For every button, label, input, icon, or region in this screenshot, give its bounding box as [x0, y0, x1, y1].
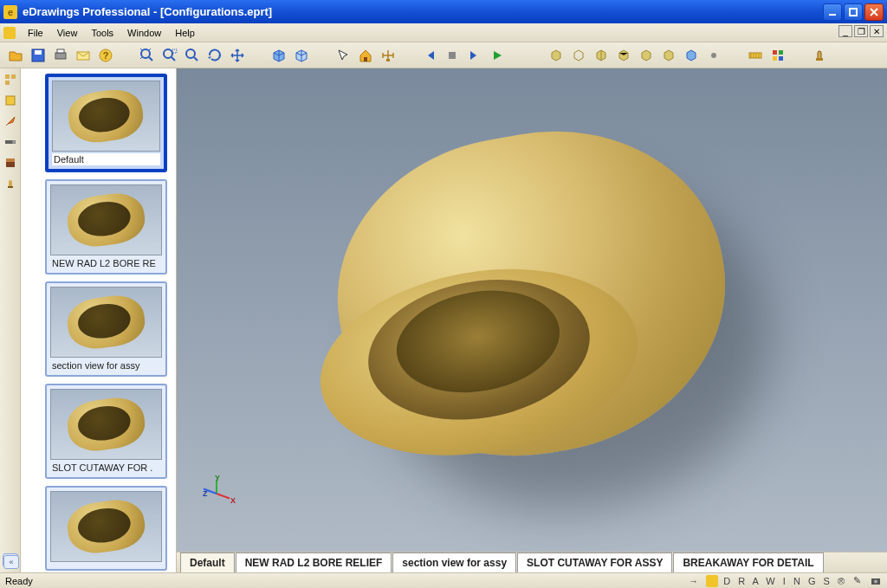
measure-button[interactable] [378, 45, 398, 66]
menu-help[interactable]: Help [168, 25, 202, 41]
orientation-triad[interactable]: X Y Z [204, 470, 239, 505]
svg-rect-19 [779, 50, 783, 55]
help-button[interactable]: ? [95, 45, 116, 66]
stamp-button[interactable] [809, 45, 830, 66]
svg-rect-31 [8, 186, 13, 188]
select-button[interactable] [333, 45, 353, 66]
svg-point-12 [186, 49, 195, 58]
config-card-3[interactable]: SLOT CUTAWAY FOR . [45, 384, 167, 479]
config-label: NEW RAD L2 BORE RE [50, 257, 162, 269]
stop-button[interactable] [442, 45, 463, 66]
svg-rect-13 [364, 57, 367, 61]
zoom-area-button[interactable] [159, 45, 180, 66]
svg-rect-3 [35, 50, 42, 55]
config-card-2[interactable]: section view for assy [45, 281, 167, 377]
sidebar-tab-strip: « [0, 68, 21, 572]
mdi-restore-button[interactable]: ❐ [854, 25, 868, 37]
view-tab-1[interactable]: NEW RAD L2 BORE RELIEF [236, 552, 392, 572]
window-buttons [823, 3, 884, 21]
pencil-icon[interactable]: ✎ [852, 575, 864, 587]
document-icon [3, 27, 16, 39]
menu-window[interactable]: Window [120, 25, 168, 41]
view-tab-4[interactable]: BREAKAWAY FOR DETAIL [673, 552, 823, 572]
save-button[interactable] [28, 45, 49, 66]
model-rendering [289, 103, 774, 501]
menu-tools[interactable]: Tools [84, 25, 120, 41]
config-card-1[interactable]: NEW RAD L2 BORE RE [45, 179, 167, 275]
side-tab-sheets[interactable] [3, 93, 18, 108]
zoom-fit-button[interactable] [137, 45, 158, 66]
shaded-button[interactable] [269, 45, 289, 66]
config-card-0[interactable]: Default [45, 74, 167, 172]
view-tab-0[interactable]: Default [180, 552, 235, 572]
collapse-bottom-button[interactable]: « [3, 555, 19, 569]
config-label: section view for assy [50, 359, 162, 372]
config-card-4[interactable] [45, 486, 167, 571]
svg-point-28 [12, 140, 16, 144]
config-label: Default [52, 153, 160, 165]
view-extra[interactable] [703, 45, 724, 66]
camera-icon[interactable] [870, 575, 882, 587]
svg-rect-1 [850, 9, 857, 16]
home-button[interactable] [355, 45, 376, 66]
side-tab-markup[interactable] [3, 113, 18, 129]
maximize-button[interactable] [844, 3, 863, 21]
svg-rect-15 [449, 52, 456, 59]
first-button[interactable] [419, 45, 440, 66]
zoom-button[interactable] [182, 45, 203, 66]
side-tab-stamp[interactable] [3, 176, 18, 191]
view-cube-6[interactable] [658, 45, 679, 66]
window-title: eDrawings Professional - [Configurations… [23, 5, 823, 18]
view-cube-4[interactable] [613, 45, 634, 66]
main-toolbar: ? [0, 42, 887, 68]
3d-viewport[interactable]: X Y Z [177, 68, 887, 552]
pan-button[interactable] [227, 45, 248, 66]
mdi-minimize-button[interactable]: _ [838, 25, 852, 37]
config-thumbnail [50, 287, 162, 358]
svg-rect-22 [816, 58, 823, 61]
view-tab-3[interactable]: SLOT CUTAWAY FOR ASSY [517, 552, 672, 572]
tape-button[interactable] [745, 45, 766, 66]
status-bar: Ready → D R A W I N G S ® ✎ [0, 572, 887, 588]
last-button[interactable] [464, 45, 485, 66]
svg-rect-0 [829, 14, 836, 16]
open-button[interactable] [5, 45, 26, 66]
menu-file[interactable]: File [21, 25, 50, 41]
brand-text: D R A W I N G S ® [723, 576, 847, 586]
view-cube-1[interactable] [546, 45, 567, 66]
svg-point-33 [874, 579, 877, 583]
title-bar: e eDrawings Professional - [Configuratio… [0, 0, 887, 23]
mdi-close-button[interactable]: ✕ [870, 25, 884, 37]
svg-text:?: ? [103, 50, 109, 61]
config-thumbnail [50, 389, 162, 460]
triad-z-label: Z [203, 489, 208, 498]
brand-area: → D R A W I N G S ® ✎ [689, 575, 882, 587]
view-cube-5[interactable] [636, 45, 657, 66]
triad-y-label: Y [215, 474, 220, 482]
side-tab-section[interactable] [3, 155, 18, 171]
rotate-button[interactable] [204, 45, 225, 66]
svg-rect-21 [779, 56, 783, 61]
close-button[interactable] [864, 3, 884, 21]
play-button[interactable] [487, 45, 508, 66]
configs-button[interactable] [767, 45, 788, 66]
svg-rect-30 [6, 158, 15, 162]
status-text: Ready [5, 576, 689, 586]
brand-arrow-icon: → [689, 576, 701, 586]
menu-view[interactable]: View [50, 25, 85, 41]
minimize-button[interactable] [823, 3, 842, 21]
svg-rect-26 [6, 96, 15, 105]
mail-button[interactable] [73, 45, 94, 66]
main-area: « DefaultNEW RAD L2 BORE REsection view … [0, 68, 887, 572]
view-cube-7[interactable] [681, 45, 702, 66]
side-tab-measure[interactable] [3, 134, 18, 150]
view-tab-2[interactable]: section view for assy [392, 552, 516, 572]
svg-rect-14 [386, 59, 390, 61]
view-cube-3[interactable] [591, 45, 612, 66]
shaded-edges-button[interactable] [291, 45, 312, 66]
print-button[interactable] [50, 45, 71, 66]
svg-point-10 [164, 49, 172, 58]
side-tab-configs[interactable] [3, 72, 18, 87]
view-cube-2[interactable] [568, 45, 589, 66]
configurations-panel[interactable]: DefaultNEW RAD L2 BORE REsection view fo… [21, 68, 177, 572]
